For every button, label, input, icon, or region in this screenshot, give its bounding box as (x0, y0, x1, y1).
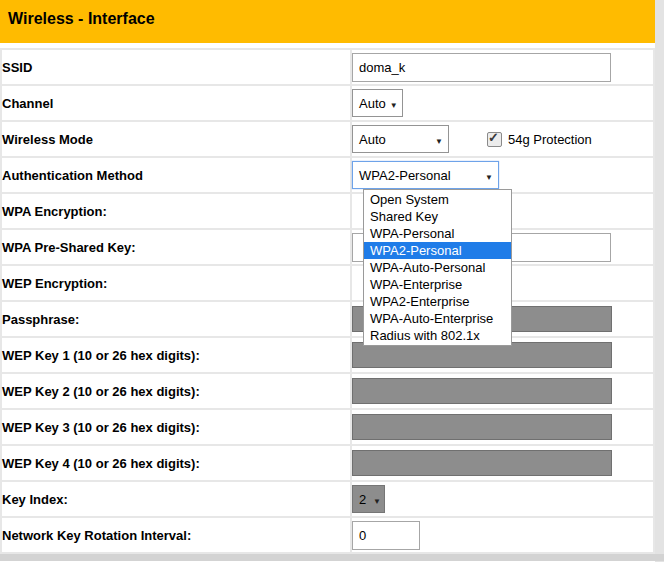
wep-encryption-label: WEP Encryption: (1, 265, 351, 301)
passphrase-label: Passphrase: (1, 301, 351, 337)
dropdown-option[interactable]: WPA2-Enterprise (364, 293, 511, 310)
form-row-wep-key-4: WEP Key 4 (10 or 26 hex digits): (1, 445, 654, 481)
wep-key-1-label: WEP Key 1 (10 or 26 hex digits): (1, 337, 351, 373)
dropdown-option[interactable]: WPA-Enterprise (364, 276, 511, 293)
wep-key-3-input-disabled (352, 414, 612, 440)
dropdown-option-selected[interactable]: WPA2-Personal (364, 242, 511, 259)
wireless-settings-table: SSID Channel Auto Wireless Mode Auto 54g… (0, 48, 655, 554)
form-row-wep-key-3: WEP Key 3 (10 or 26 hex digits): (1, 409, 654, 445)
page-right-gutter (655, 0, 664, 562)
bottom-divider-bar (0, 554, 664, 561)
wireless-mode-select[interactable]: Auto (352, 125, 449, 153)
auth-method-select[interactable]: WPA2-Personal (352, 161, 499, 189)
54g-protection-label: 54g Protection (508, 132, 592, 147)
auth-method-label: Authentication Method (1, 157, 351, 193)
form-row-channel: Channel Auto (1, 85, 654, 121)
rotation-interval-label: Network Key Rotation Interval: (1, 517, 351, 553)
chevron-down-icon (390, 96, 398, 111)
wireless-mode-label: Wireless Mode (1, 121, 351, 157)
form-row-wpa-encryption: WPA Encryption: (1, 193, 654, 229)
wep-key-3-label: WEP Key 3 (10 or 26 hex digits): (1, 409, 351, 445)
wpa-psk-label: WPA Pre-Shared Key: (1, 229, 351, 265)
form-row-wireless-mode: Wireless Mode Auto 54g Protection (1, 121, 654, 157)
dropdown-option[interactable]: Radius with 802.1x (364, 327, 511, 344)
ssid-label: SSID (1, 49, 351, 85)
dropdown-option[interactable]: Shared Key (364, 208, 511, 225)
key-index-label: Key Index: (1, 481, 351, 517)
page-title: Wireless - Interface (0, 0, 655, 28)
auth-method-select-value: WPA2-Personal (359, 168, 451, 183)
dropdown-option[interactable]: Open System (364, 191, 511, 208)
form-row-wep-key-2: WEP Key 2 (10 or 26 hex digits): (1, 373, 654, 409)
channel-select[interactable]: Auto (352, 89, 403, 117)
auth-method-dropdown-list: Open System Shared Key WPA-Personal WPA2… (363, 189, 512, 346)
form-row-passphrase: Passphrase: (1, 301, 654, 337)
54g-protection-checkbox[interactable] (487, 132, 502, 147)
form-row-rotation-interval: Network Key Rotation Interval: (1, 517, 654, 553)
channel-select-value: Auto (359, 96, 386, 111)
form-row-key-index: Key Index: 2 (1, 481, 654, 517)
rotation-interval-input[interactable] (352, 521, 420, 550)
wep-key-2-input-disabled (352, 378, 612, 404)
dropdown-option[interactable]: WPA-Auto-Personal (364, 259, 511, 276)
ssid-input[interactable] (352, 53, 611, 82)
wep-key-4-input-disabled (352, 450, 612, 476)
wireless-interface-page: Wireless - Interface SSID Channel Auto W… (0, 0, 664, 562)
channel-label: Channel (1, 85, 351, 121)
wpa-encryption-label: WPA Encryption: (1, 193, 351, 229)
chevron-down-icon (373, 492, 381, 507)
page-title-bar: Wireless - Interface (0, 0, 655, 43)
key-index-select: 2 (352, 485, 385, 513)
wireless-mode-select-value: Auto (359, 132, 386, 147)
key-index-select-value: 2 (359, 492, 366, 507)
form-row-auth-method: Authentication Method WPA2-Personal (1, 157, 654, 193)
chevron-down-icon (435, 132, 443, 147)
form-row-wep-encryption: WEP Encryption: (1, 265, 654, 301)
wep-key-2-label: WEP Key 2 (10 or 26 hex digits): (1, 373, 351, 409)
form-row-wep-key-1: WEP Key 1 (10 or 26 hex digits): (1, 337, 654, 373)
wep-key-4-label: WEP Key 4 (10 or 26 hex digits): (1, 445, 351, 481)
form-row-ssid: SSID (1, 49, 654, 85)
dropdown-option[interactable]: WPA-Auto-Enterprise (364, 310, 511, 327)
dropdown-option[interactable]: WPA-Personal (364, 225, 511, 242)
form-row-wpa-psk: WPA Pre-Shared Key: (1, 229, 654, 265)
chevron-down-icon (485, 168, 493, 183)
